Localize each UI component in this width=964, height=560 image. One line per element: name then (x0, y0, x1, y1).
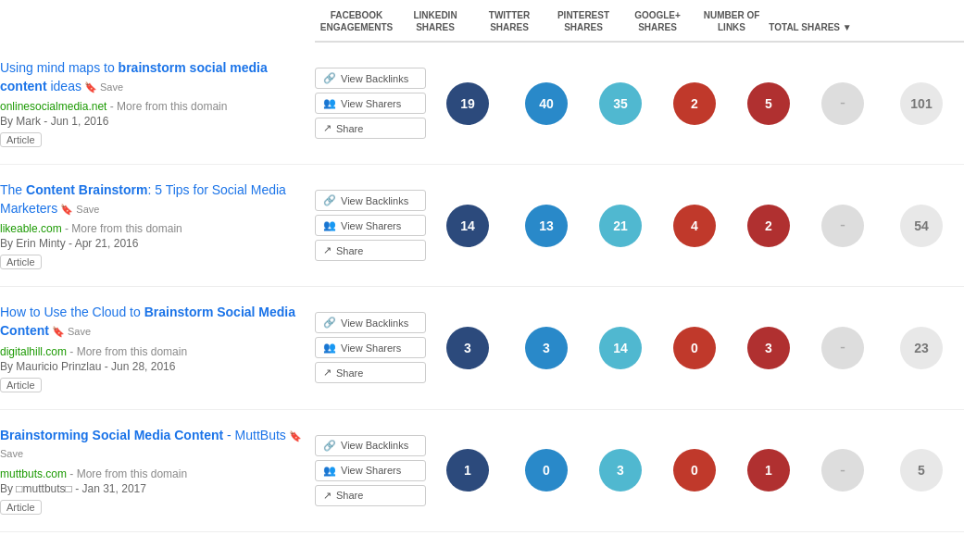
author-line: By Erin Minty - Apr 21, 2016 (0, 237, 306, 250)
circle-fb[interactable]: 1 (446, 449, 489, 492)
actions-col: 🔗View Backlinks👥View Sharers↗Share (315, 312, 426, 383)
circle-li[interactable]: 0 (525, 449, 568, 492)
article-info: How to Use the Cloud to Brainstorm Socia… (0, 304, 315, 392)
share-button-icon: ↗ (323, 244, 332, 256)
actions-col: 🔗View Backlinks👥View Sharers↗Share (315, 68, 426, 139)
more-from-domain[interactable]: - More from this domain (62, 222, 182, 235)
share-button[interactable]: ↗Share (315, 485, 426, 506)
view-sharers-button-icon: 👥 (323, 97, 336, 109)
share-button[interactable]: ↗Share (315, 240, 426, 261)
circle-li[interactable]: 40 (525, 82, 568, 125)
circle-li[interactable]: 13 (525, 205, 568, 247)
metrics-cols: 331403-23 (426, 327, 964, 369)
more-from-domain[interactable]: - More from this domain (67, 345, 187, 358)
tag-badge: Article (0, 500, 42, 515)
circle-tw[interactable]: 21 (599, 205, 642, 247)
metric-pi: 0 (657, 449, 732, 492)
metric-fb: 14 (426, 205, 509, 247)
share-button-icon: ↗ (323, 367, 332, 379)
more-from-domain[interactable]: - More from this domain (67, 467, 187, 480)
metric-tw: 14 (583, 327, 657, 369)
circle-pi[interactable]: 2 (673, 82, 716, 125)
article-info: The Content Brainstorm: 5 Tips for Socia… (0, 181, 315, 269)
circle-tw[interactable]: 3 (599, 449, 642, 492)
domain-link[interactable]: likeable.com (0, 222, 62, 235)
save-link[interactable]: 🔖 Save (81, 81, 123, 93)
header-tw: TWITTERSHARES (472, 9, 546, 33)
share-button[interactable]: ↗Share (315, 118, 426, 139)
tag-badge: Article (0, 378, 42, 392)
article-title-bold: Brainstorm Social Media Content (0, 305, 295, 338)
article-title-link[interactable]: How to Use the Cloud to Brainstorm Socia… (0, 305, 295, 338)
view-sharers-button[interactable]: 👥View Sharers (315, 337, 426, 358)
metric-nl: - (806, 205, 880, 247)
circle-gp[interactable]: 1 (747, 449, 790, 492)
circle-tw[interactable]: 14 (599, 327, 642, 369)
save-link[interactable]: 🔖 Save (49, 326, 91, 337)
circle-gp[interactable]: 5 (747, 82, 790, 125)
article-title-bold: Content Brainstorm (26, 182, 147, 197)
metric-gp: 3 (732, 327, 806, 369)
circle-ts[interactable]: 5 (900, 449, 943, 492)
circle-fb[interactable]: 3 (446, 327, 489, 369)
view-backlinks-button[interactable]: 🔗View Backlinks (315, 68, 426, 89)
circle-ts[interactable]: 101 (900, 82, 943, 125)
article-title-link[interactable]: Using mind maps to brainstorm social med… (0, 60, 268, 93)
circle-pi[interactable]: 0 (673, 449, 716, 492)
circle-pi[interactable]: 4 (673, 205, 716, 247)
author-line: By Mark - Jun 1, 2016 (0, 115, 306, 128)
metric-ts: 101 (880, 82, 963, 125)
view-sharers-button-icon: 👥 (323, 219, 336, 231)
more-from-domain[interactable]: - More from this domain (106, 100, 227, 113)
header-nl: NUMBER OFLINKS (695, 9, 769, 33)
article-title: The Content Brainstorm: 5 Tips for Socia… (0, 181, 306, 218)
domain-link[interactable]: muttbuts.com (0, 467, 67, 480)
circle-ts[interactable]: 23 (900, 327, 943, 369)
table-row: Using mind maps to brainstorm social med… (0, 43, 964, 165)
circle-gp[interactable]: 3 (747, 327, 790, 369)
circle-fb[interactable]: 14 (446, 205, 489, 247)
article-title: Brainstorming Social Media Content - Mut… (0, 427, 306, 463)
circle-tw[interactable]: 35 (599, 82, 642, 125)
header-ts[interactable]: TOTAL SHARES (769, 21, 852, 33)
metric-gp: 2 (732, 205, 806, 247)
table-header: FACEBOOKENGAGEMENTS LINKEDINSHARES TWITT… (315, 9, 964, 43)
metric-nl: - (806, 449, 880, 492)
metric-tw: 21 (583, 205, 657, 247)
metric-li: 0 (509, 449, 583, 492)
circle-gp[interactable]: 2 (747, 205, 790, 247)
circle-ts[interactable]: 54 (900, 205, 943, 247)
circle-li[interactable]: 3 (525, 327, 568, 369)
circle-fb[interactable]: 19 (446, 82, 489, 125)
metric-pi: 0 (657, 327, 732, 369)
view-backlinks-button[interactable]: 🔗View Backlinks (315, 435, 426, 456)
share-button-icon: ↗ (323, 490, 332, 502)
metric-li: 3 (509, 327, 583, 369)
view-sharers-button[interactable]: 👥View Sharers (315, 93, 426, 114)
header-gp: GOOGLE+SHARES (620, 9, 695, 33)
domain-line: digitalhill.com - More from this domain (0, 345, 306, 358)
share-button[interactable]: ↗Share (315, 362, 426, 383)
metric-nl: - (806, 327, 880, 369)
view-backlinks-button[interactable]: 🔗View Backlinks (315, 190, 426, 211)
view-backlinks-button-icon: 🔗 (323, 194, 336, 206)
article-title-link[interactable]: The Content Brainstorm: 5 Tips for Socia… (0, 182, 286, 216)
article-info: Using mind maps to brainstorm social med… (0, 59, 315, 147)
circle-nl: - (821, 449, 864, 492)
domain-link[interactable]: onlinesocialmedia.net (0, 100, 106, 113)
tag-badge: Article (0, 132, 42, 147)
circle-pi[interactable]: 0 (673, 327, 716, 369)
actions-col: 🔗View Backlinks👥View Sharers↗Share (315, 435, 426, 506)
header-fb: FACEBOOKENGAGEMENTS (315, 9, 398, 33)
view-sharers-button[interactable]: 👥View Sharers (315, 460, 426, 481)
domain-link[interactable]: digitalhill.com (0, 345, 67, 358)
view-sharers-button[interactable]: 👥View Sharers (315, 215, 426, 236)
article-title-link[interactable]: Brainstorming Social Media Content - Mut… (0, 428, 286, 442)
metric-gp: 1 (732, 449, 806, 492)
article-title: Using mind maps to brainstorm social med… (0, 59, 306, 95)
results-table: FACEBOOKENGAGEMENTS LINKEDINSHARES TWITT… (0, 0, 964, 541)
save-link[interactable]: 🔖 Save (57, 204, 99, 215)
view-sharers-button-icon: 👥 (323, 342, 336, 354)
metrics-cols: 19403525-101 (426, 82, 964, 125)
view-backlinks-button[interactable]: 🔗View Backlinks (315, 312, 426, 333)
